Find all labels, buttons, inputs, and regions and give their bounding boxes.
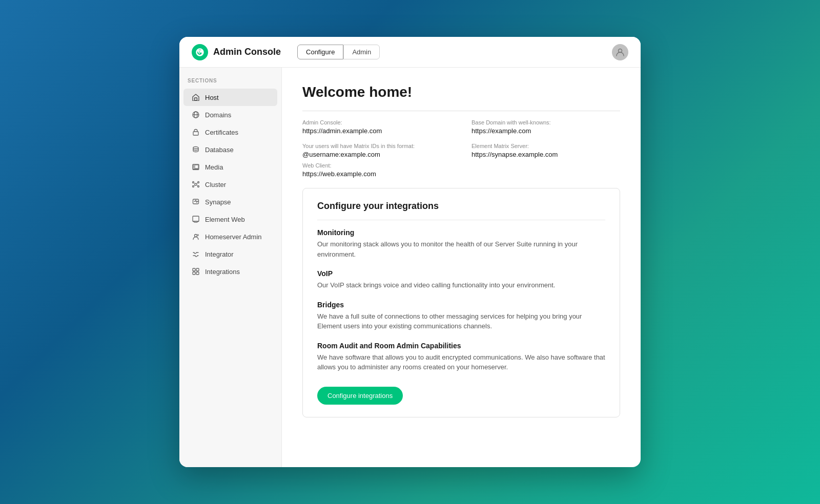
- sidebar-label-host: Host: [205, 94, 219, 101]
- svg-rect-31: [196, 268, 199, 271]
- svg-point-18: [198, 186, 199, 187]
- integration-voip-desc: Our VoIP stack brings voice and video ca…: [317, 280, 605, 290]
- svg-point-17: [193, 186, 194, 187]
- svg-rect-33: [196, 272, 199, 275]
- info-element-matrix-server: Element Matrix Server: https://synapse.e…: [471, 143, 620, 158]
- header: Admin Console Configure Admin: [179, 37, 641, 68]
- logo-area: Admin Console: [192, 44, 281, 60]
- sidebar-label-certificates: Certificates: [205, 129, 238, 136]
- lock-icon: [192, 128, 200, 136]
- sidebar-item-element-web[interactable]: Element Web: [183, 211, 277, 228]
- svg-point-29: [197, 235, 199, 236]
- svg-rect-24: [193, 216, 199, 221]
- svg-line-21: [194, 185, 195, 186]
- sidebar-item-synapse[interactable]: Synapse: [183, 193, 277, 211]
- configure-integrations-button[interactable]: Configure integrations: [317, 387, 403, 405]
- sidebar: SECTIONS Host Do: [179, 68, 282, 467]
- info-element-matrix-server-value: https://synapse.example.com: [471, 151, 620, 158]
- sections-label: SECTIONS: [179, 78, 281, 89]
- integration-monitoring: Monitoring Our monitoring stack allows y…: [317, 228, 605, 259]
- media-icon: [192, 163, 200, 171]
- sidebar-item-domains[interactable]: Domains: [183, 106, 277, 123]
- svg-rect-9: [193, 169, 199, 170]
- app-window: Admin Console Configure Admin SECTIONS: [179, 37, 641, 467]
- info-element-matrix-server-label: Element Matrix Server:: [471, 143, 620, 149]
- info-matrix-ids: Your users will have Matrix IDs in this …: [302, 143, 451, 158]
- integrations-card: Configure your integrations Monitoring O…: [302, 188, 620, 417]
- sidebar-label-database: Database: [205, 146, 234, 154]
- homeserver-admin-icon: [192, 233, 200, 241]
- info-web-client-value: https://web.example.com: [302, 170, 620, 178]
- sidebar-item-integrations[interactable]: Integrations: [183, 263, 277, 280]
- info-web-client: Web Client: https://web.example.com: [302, 162, 620, 178]
- tab-configure[interactable]: Configure: [297, 45, 343, 59]
- svg-point-15: [193, 182, 194, 183]
- sidebar-label-synapse: Synapse: [205, 198, 231, 206]
- app-title: Admin Console: [213, 47, 281, 57]
- integration-room-audit-name: Room Audit and Room Admin Capabilities: [317, 342, 605, 350]
- logo-icon: [192, 44, 208, 60]
- sidebar-item-media[interactable]: Media: [183, 158, 277, 176]
- integration-room-audit-desc: We have software that allows you to audi…: [317, 352, 605, 372]
- sidebar-label-integrator: Integrator: [205, 250, 234, 258]
- svg-rect-32: [193, 272, 195, 275]
- sidebar-item-certificates[interactable]: Certificates: [183, 123, 277, 141]
- svg-point-16: [198, 182, 199, 183]
- synapse-icon: [192, 198, 200, 206]
- svg-line-22: [197, 185, 198, 186]
- svg-point-7: [193, 147, 198, 149]
- sidebar-label-media: Media: [205, 163, 223, 171]
- info-admin-console: Admin Console: https://admin.example.com: [302, 119, 451, 135]
- svg-rect-6: [193, 132, 198, 135]
- cluster-icon: [192, 180, 200, 188]
- integrator-icon: [192, 250, 200, 258]
- svg-rect-30: [193, 268, 195, 271]
- home-icon: [192, 93, 200, 101]
- svg-point-28: [195, 235, 197, 237]
- svg-line-20: [197, 183, 198, 184]
- integration-bridges: Bridges We have a full suite of connecti…: [317, 301, 605, 331]
- sidebar-label-integrations: Integrations: [205, 268, 240, 276]
- sidebar-label-homeserver-admin: Homeserver Admin: [205, 233, 262, 241]
- body: SECTIONS Host Do: [179, 68, 641, 467]
- main-content: Welcome home! Admin Console: https://adm…: [282, 68, 641, 467]
- info-admin-console-value: https://admin.example.com: [302, 127, 451, 135]
- divider-1: [302, 111, 620, 111]
- sidebar-label-element-web: Element Web: [205, 216, 245, 223]
- integrations-card-title: Configure your integrations: [317, 201, 605, 220]
- sidebar-item-integrator[interactable]: Integrator: [183, 245, 277, 263]
- sidebar-item-host[interactable]: Host: [183, 89, 277, 106]
- integration-bridges-desc: We have a full suite of connections to o…: [317, 311, 605, 331]
- svg-rect-13: [195, 165, 198, 169]
- integration-room-audit: Room Audit and Room Admin Capabilities W…: [317, 342, 605, 372]
- info-base-domain-value: https://example.com: [471, 127, 620, 135]
- nav-tabs: Configure Admin: [297, 45, 380, 59]
- page-title: Welcome home!: [302, 84, 620, 100]
- info-matrix-ids-label: Your users will have Matrix IDs in this …: [302, 143, 451, 149]
- integration-bridges-name: Bridges: [317, 301, 605, 309]
- info-admin-console-label: Admin Console:: [302, 119, 451, 125]
- svg-rect-2: [195, 98, 197, 100]
- info-web-client-label: Web Client:: [302, 162, 620, 169]
- sidebar-item-homeserver-admin[interactable]: Homeserver Admin: [183, 228, 277, 245]
- info-matrix-ids-value: @username:example.com: [302, 151, 451, 158]
- integrations-icon: [192, 267, 200, 276]
- svg-line-19: [194, 183, 195, 184]
- info-base-domain: Base Domain with well-knowns: https://ex…: [471, 119, 620, 135]
- integration-monitoring-name: Monitoring: [317, 228, 605, 237]
- user-avatar[interactable]: [612, 44, 628, 60]
- tab-admin[interactable]: Admin: [343, 45, 380, 59]
- info-grid: Admin Console: https://admin.example.com…: [302, 119, 620, 158]
- info-base-domain-label: Base Domain with well-knowns:: [471, 119, 620, 125]
- integration-voip: VoIP Our VoIP stack brings voice and vid…: [317, 269, 605, 290]
- database-icon: [192, 145, 200, 154]
- element-web-icon: [192, 215, 200, 223]
- sidebar-item-database[interactable]: Database: [183, 141, 277, 158]
- globe-icon: [192, 111, 200, 119]
- sidebar-label-cluster: Cluster: [205, 181, 226, 188]
- integration-monitoring-desc: Our monitoring stack allows you to monit…: [317, 239, 605, 259]
- integration-voip-name: VoIP: [317, 269, 605, 278]
- sidebar-label-domains: Domains: [205, 111, 231, 119]
- sidebar-item-cluster[interactable]: Cluster: [183, 176, 277, 193]
